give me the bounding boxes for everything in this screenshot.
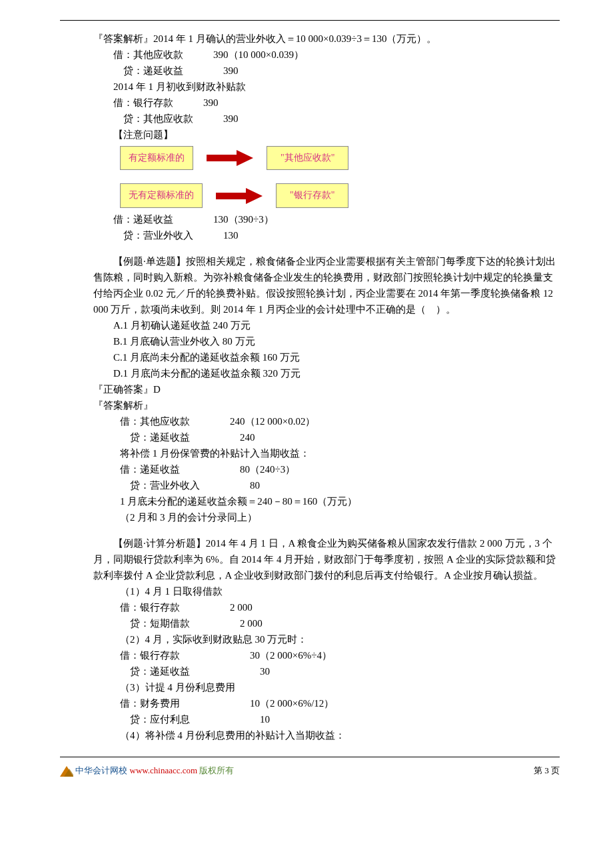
entry-line: 借：递延收益 80（240÷3） xyxy=(93,461,560,477)
footer-rights: 版权所有 xyxy=(199,765,234,775)
content-body: 『答案解析』2014 年 1 月确认的营业外收入＝10 000×0.039÷3＝… xyxy=(60,31,560,743)
footer-brand: 中华会计网校 xyxy=(75,765,127,775)
page-number: 第 3 页 xyxy=(534,764,560,778)
entry-line: 贷：其他应收款 390 xyxy=(93,111,560,127)
top-divider xyxy=(60,20,560,21)
svg-marker-3 xyxy=(246,188,263,204)
bottom-divider xyxy=(60,757,560,757)
entry-line: 贷：短期借款 2 000 xyxy=(93,615,560,631)
entry-line: 贷：营业外收入 130 xyxy=(93,227,560,243)
arrow-icon xyxy=(207,150,253,166)
option-a: A.1 月初确认递延收益 240 万元 xyxy=(93,317,560,333)
logo-icon xyxy=(60,765,75,775)
diagram-row: 有定额标准的 "其他应收款" xyxy=(93,146,560,170)
arrow-icon xyxy=(216,188,263,204)
entry-line: 借：银行存款 390 xyxy=(93,95,560,111)
explanation-label: 『答案解析』 xyxy=(93,397,560,413)
entry-line: 借：银行存款 2 000 xyxy=(93,599,560,615)
diagram-row: 无有定额标准的 "银行存款" xyxy=(93,183,560,207)
entry-line: 贷：递延收益 390 xyxy=(93,63,560,79)
highlight-box-bank: "银行存款" xyxy=(276,183,348,207)
step-label: （2）4 月，实际收到财政贴息 30 万元时： xyxy=(93,631,560,647)
entry-line: 贷：递延收益 30 xyxy=(93,663,560,679)
text-line: 将补偿 1 月份保管费的补贴计入当期收益： xyxy=(93,445,560,461)
step-label: （4）将补偿 4 月份利息费用的补贴计入当期收益： xyxy=(93,727,560,743)
document-page: 『答案解析』2014 年 1 月确认的营业外收入＝10 000×0.039÷3＝… xyxy=(0,0,613,868)
entry-line: 贷：营业外收入 80 xyxy=(93,477,560,493)
footer-url: www.chinaacc.com xyxy=(130,765,198,775)
highlight-box-fixed: 有定额标准的 xyxy=(120,146,193,170)
entry-line: 借：财务费用 10（2 000×6%/12） xyxy=(93,695,560,711)
option-b: B.1 月底确认营业外收入 80 万元 xyxy=(93,333,560,349)
example-intro: 【例题·计算分析题】2014 年 4 月 1 日，A 粮食企业为购买储备粮从国家… xyxy=(93,535,560,583)
entry-line: 借：递延收益 130（390÷3） xyxy=(93,211,560,227)
step-label: （1）4 月 1 日取得借款 xyxy=(93,583,560,599)
text-line: 2014 年 1 月初收到财政补贴款 xyxy=(93,79,560,95)
step-label: （3）计提 4 月份利息费用 xyxy=(93,679,560,695)
page-footer: 中华会计网校 www.chinaacc.com 版权所有 第 3 页 xyxy=(60,764,560,778)
correct-answer: 『正确答案』D xyxy=(93,381,560,397)
highlight-box-nofixed: 无有定额标准的 xyxy=(120,183,203,207)
text-line: 1 月底未分配的递延收益余额＝240－80＝160（万元） xyxy=(93,493,560,509)
footer-left: 中华会计网校 www.chinaacc.com 版权所有 xyxy=(60,764,234,778)
entry-line: 借：其他应收款 240（12 000×0.02） xyxy=(93,413,560,429)
entry-line: 借：银行存款 30（2 000×6%÷4） xyxy=(93,647,560,663)
answer-line: 『答案解析』2014 年 1 月确认的营业外收入＝10 000×0.039÷3＝… xyxy=(93,31,560,47)
svg-rect-2 xyxy=(216,193,246,199)
option-d: D.1 月底尚未分配的递延收益余额 320 万元 xyxy=(93,365,560,381)
entry-line: 贷：递延收益 240 xyxy=(93,429,560,445)
highlight-box-receivable: "其他应收款" xyxy=(267,146,348,170)
option-c: C.1 月底尚未分配的递延收益余额 160 万元 xyxy=(93,349,560,365)
example-intro: 【例题·单选题】按照相关规定，粮食储备企业丙企业需要根据有关主管部门每季度下达的… xyxy=(93,253,560,317)
entry-line: 借：其他应收款 390（10 000×0.039） xyxy=(93,47,560,63)
svg-marker-1 xyxy=(237,150,253,166)
note-label: 【注意问题】 xyxy=(93,127,560,143)
text-line: （2 月和 3 月的会计分录同上） xyxy=(93,509,560,525)
svg-rect-0 xyxy=(207,155,237,161)
entry-line: 贷：应付利息 10 xyxy=(93,711,560,727)
